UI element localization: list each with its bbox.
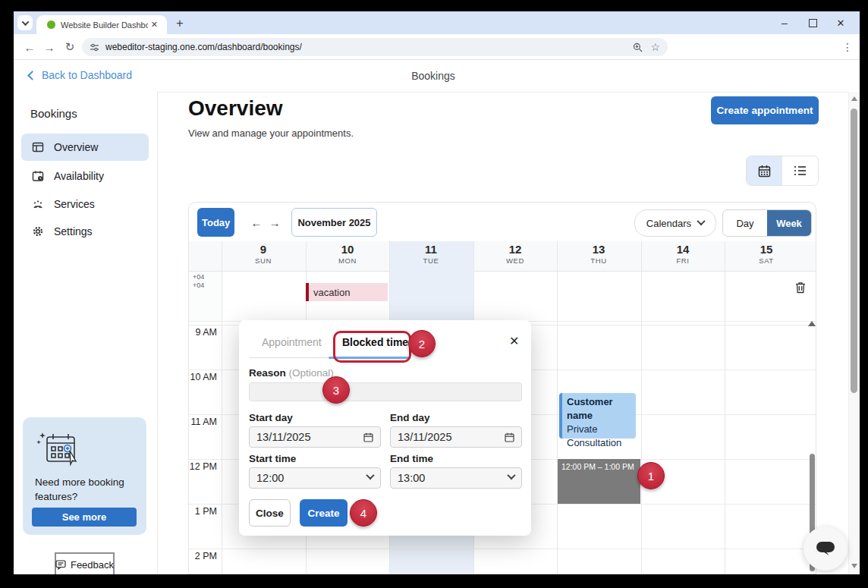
chevron-down-icon [366,471,374,480]
day-header-fri[interactable]: 14FRI [641,243,725,265]
sidebar-item-availability[interactable]: Availability [21,162,149,190]
today-button[interactable]: Today [197,208,234,237]
sidebar-item-overview[interactable]: Overview [21,134,149,161]
event-vacation[interactable]: vacation [306,283,388,301]
start-time-value: 12:00 [256,472,284,484]
calendar-icon [758,165,771,178]
grid-line [641,241,642,574]
list-view-button[interactable] [782,156,818,185]
end-time-value: 13:00 [398,472,425,484]
day-week-toggle: Day Week [722,209,812,237]
start-time-select[interactable]: 12:00 [249,467,381,489]
site-settings-icon[interactable] [90,42,99,52]
hour-label: 2 PM [188,551,217,561]
start-time-label: Start time [249,453,296,464]
end-time-label: End time [390,453,433,464]
annotation-badge-4: 4 [350,499,377,527]
end-time-select[interactable]: 13:00 [390,467,522,489]
window-maximize-button[interactable] [800,11,826,34]
end-day-label: End day [390,412,430,423]
reason-input[interactable] [249,382,522,401]
annotation-badge-3: 3 [322,376,350,404]
browser-tabstrip: Website Builder Dashboard ✕ + – ✕ [14,11,860,34]
sidebar-item-services[interactable]: Services [21,190,149,218]
modal-close-button[interactable]: Close [249,499,291,527]
app-header: Back to Dashboard Bookings [14,60,860,93]
day-header-sun[interactable]: 9SUN [222,243,305,265]
site-favicon [47,20,55,29]
tab-search-button[interactable] [17,15,33,30]
booking-features-illustration [36,428,85,472]
event-customer-appointment[interactable]: Customer name Private Consultation [559,393,636,439]
tab-title: Website Builder Dashboard [61,20,148,30]
chat-bubble-icon [816,540,835,557]
url-bar[interactable]: webeditor-staging.one.com/dashboard/book… [82,38,668,56]
chat-widget-button[interactable] [804,527,848,571]
create-appointment-button[interactable]: Create appointment [711,96,819,124]
back-button[interactable]: ← [20,37,39,57]
week-view-button[interactable]: Week [767,210,811,236]
day-header-thu[interactable]: 13THU [557,243,640,265]
tab-appointment[interactable]: Appointment [262,336,322,348]
reload-button[interactable]: ↻ [60,37,80,57]
browser-tab[interactable]: Website Builder Dashboard ✕ [36,15,167,34]
browser-menu-icon[interactable]: ⋮ [839,37,856,57]
calendar-scroll-up-arrow[interactable] [808,321,816,326]
calendar-icon [363,432,373,442]
modal-close-icon[interactable]: ✕ [509,334,519,348]
day-header-mon[interactable]: 10MON [306,243,389,265]
chevron-down-icon [21,18,29,26]
grid-line [189,549,816,549]
window-close-button[interactable]: ✕ [828,11,854,34]
forward-button[interactable]: → [39,37,59,57]
grid-line [222,241,222,574]
start-day-label: Start day [249,412,293,423]
modal-create-button[interactable]: Create [300,499,348,527]
zoom-icon[interactable] [633,42,643,52]
overview-icon [31,141,44,154]
browser-window: Website Builder Dashboard ✕ + – ✕ ← → ↻ … [14,11,860,574]
page-scrollbar-thumb[interactable] [851,108,857,393]
event-customer-name: Customer name [567,396,613,421]
event-service-line2: Consultation [567,437,621,448]
calendar-icon [505,432,514,442]
see-more-button[interactable]: See more [32,508,137,527]
calendar-view-button[interactable] [747,156,782,185]
new-tab-button[interactable]: + [171,15,188,32]
chevron-down-icon [697,216,705,225]
reason-label: Reason (Optional) [249,367,334,379]
day-header-sat[interactable]: 15SAT [725,243,808,265]
next-week-arrow[interactable]: → [266,213,284,231]
calendar-clock-icon [31,170,44,183]
day-header-tue[interactable]: 11TUE [389,243,473,265]
end-day-field[interactable]: 13/11/2025 [390,426,522,448]
page-scroll-up-arrow[interactable] [851,96,857,101]
url-text: webeditor-staging.one.com/dashboard/book… [105,42,625,52]
hour-label: 9 AM [188,327,217,338]
day-view-button[interactable]: Day [723,210,767,236]
timezone-label: +04+04 [193,273,204,290]
month-picker-button[interactable]: November 2025 [291,208,377,237]
prev-week-arrow[interactable]: ← [247,213,266,231]
feedback-button[interactable]: Feedback [55,552,115,574]
page-scroll-down-arrow[interactable] [851,564,857,568]
tab-close-icon[interactable]: ✕ [148,18,161,31]
day-header-wed[interactable]: 12WED [473,243,557,265]
sidebar-item-settings[interactable]: Settings [21,218,149,245]
grid-line [725,241,725,574]
optional-label: (Optional) [289,367,334,379]
start-day-value: 13/11/2025 [256,431,311,443]
calendars-dropdown[interactable]: Calendars [634,209,716,237]
trash-icon[interactable] [795,281,806,294]
sidebar-item-label: Availability [54,170,104,182]
event-service-line1: Private [567,423,597,435]
hour-label: 11 AM [188,417,217,427]
services-icon [31,198,44,211]
feedback-label: Feedback [71,559,114,571]
start-day-field[interactable]: 13/11/2025 [249,426,381,448]
window-minimize-button[interactable]: – [772,11,797,34]
event-blocked-time[interactable]: 12:00 PM – 1:00 PM [558,459,640,504]
browser-toolbar: ← → ↻ webeditor-staging.one.com/dashboar… [14,34,860,60]
bookmark-star-icon[interactable]: ☆ [650,41,660,53]
promo-text: Need more booking features? [35,475,134,504]
